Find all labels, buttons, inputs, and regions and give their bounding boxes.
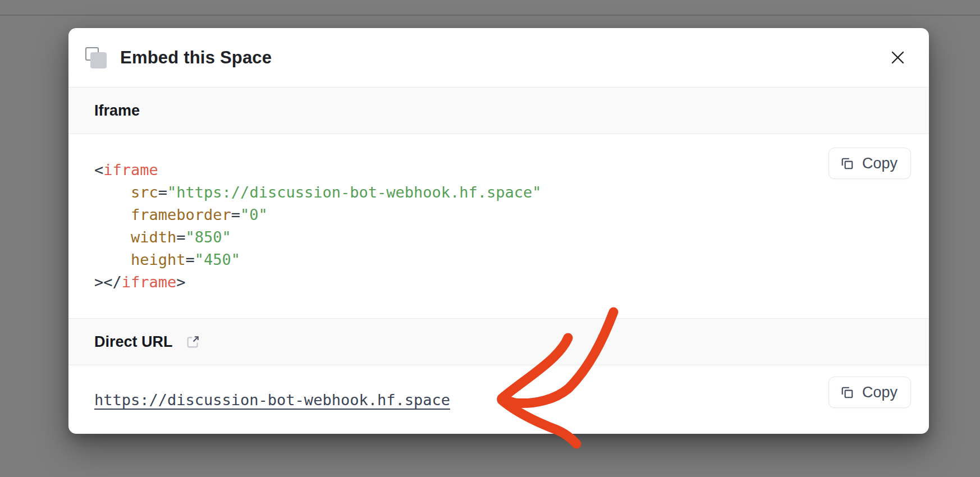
code-line: src="https://discussion-bot-webhook.hf.s…: [94, 181, 542, 204]
code-token-punct: =: [231, 206, 240, 223]
dialog-title: Embed this Space: [120, 48, 272, 68]
dialog-header: Embed this Space: [68, 28, 929, 87]
direct-url-link[interactable]: https://discussion-bot-webhook.hf.space: [94, 391, 450, 409]
code-line: height="450": [94, 249, 542, 271]
direct-url-section-band: Direct URL: [68, 318, 929, 365]
direct-url-section-heading: Direct URL: [94, 333, 173, 351]
code-token-string: "0": [240, 206, 268, 223]
code-token-plain: [94, 184, 131, 201]
copy-direct-url-button[interactable]: Copy: [828, 377, 911, 408]
code-token-punct: =: [176, 228, 185, 246]
code-token-attr: width: [131, 228, 176, 246]
code-line: ></iframe>: [94, 271, 542, 293]
copy-icon: [840, 385, 855, 400]
copy-button-label: Copy: [862, 384, 897, 401]
code-token-punct: =: [158, 184, 167, 201]
code-token-string: "https://discussion-bot-webhook.hf.space…: [167, 184, 541, 201]
iframe-code-section: <iframe src="https://discussion-bot-webh…: [68, 134, 929, 318]
code-token-tag: iframe: [122, 273, 177, 291]
embed-code-block: <iframe src="https://discussion-bot-webh…: [94, 159, 542, 293]
code-token-punct: >: [176, 273, 185, 291]
iframe-section-heading: Iframe: [94, 102, 140, 120]
copy-iframe-code-button[interactable]: Copy: [828, 148, 911, 179]
external-link-icon: [185, 334, 201, 350]
code-token-tag: iframe: [103, 161, 158, 178]
page-top-border: [0, 15, 980, 16]
embed-icon: [85, 47, 107, 68]
code-token-punct: ></: [94, 273, 122, 291]
close-icon: [891, 51, 904, 64]
code-token-string: "850": [186, 228, 231, 246]
code-line: <iframe: [94, 159, 542, 181]
code-line: width="850": [94, 226, 542, 249]
copy-icon: [840, 156, 855, 171]
code-token-plain: [94, 228, 131, 246]
code-token-punct: =: [186, 251, 195, 268]
direct-url-section: https://discussion-bot-webhook.hf.space …: [68, 365, 929, 434]
iframe-section-band: Iframe: [68, 87, 929, 134]
code-token-plain: [94, 251, 131, 268]
embed-icon-front-square: [90, 52, 107, 68]
page-background: Embed this Space Iframe <iframe src="htt…: [0, 0, 980, 477]
code-token-string: "450": [195, 251, 240, 268]
close-button[interactable]: [885, 45, 910, 70]
copy-button-label: Copy: [862, 155, 897, 172]
code-token-attr: height: [131, 251, 186, 268]
code-token-attr: frameborder: [131, 206, 231, 223]
code-token-punct: <: [94, 161, 103, 178]
code-line: frameborder="0": [94, 204, 542, 226]
open-direct-url-button[interactable]: [185, 334, 201, 350]
embed-space-dialog: Embed this Space Iframe <iframe src="htt…: [68, 28, 929, 434]
code-token-plain: [94, 206, 131, 223]
code-token-attr: src: [131, 184, 158, 201]
